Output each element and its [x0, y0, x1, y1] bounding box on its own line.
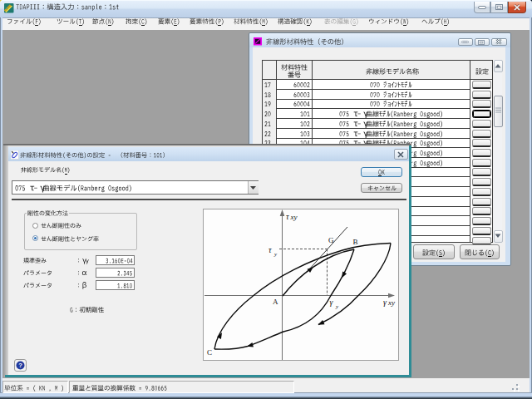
svg-text:?: ?: [18, 362, 22, 369]
svg-text:G: G: [328, 236, 334, 244]
svg-text:A: A: [273, 298, 278, 306]
svg-text:B: B: [353, 238, 358, 246]
svg-text:C: C: [207, 348, 212, 357]
svg-text:xy: xy: [290, 213, 298, 221]
svg-text:τ: τ: [286, 212, 289, 221]
svg-text:xy: xy: [387, 298, 395, 307]
svg-text:τ: τ: [268, 245, 272, 254]
